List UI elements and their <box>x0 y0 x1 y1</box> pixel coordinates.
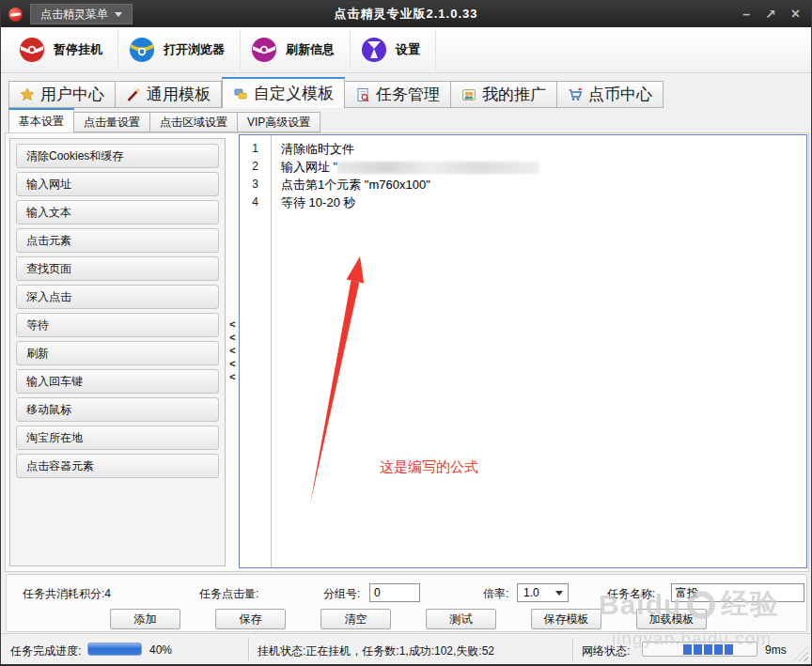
subtab-basic-settings[interactable]: 基本设置 <box>8 108 74 132</box>
load-template-button[interactable]: 加载模板 <box>636 609 707 629</box>
task-name-input[interactable] <box>671 583 804 602</box>
line-number: 3 <box>240 176 271 194</box>
sub-tab-bar: 基本设置 点击量设置 点击区域设置 VIP高级设置 <box>8 108 320 132</box>
open-browser-button[interactable]: 打开浏览器 <box>118 30 241 70</box>
minimize-icon[interactable]: – <box>742 8 750 21</box>
network-latency: 9ms <box>765 643 787 657</box>
cmd-clear-cookies-button[interactable]: 清除Cookies和缓存 <box>16 144 219 168</box>
subtab-vip-advanced-label: VIP高级设置 <box>247 115 310 131</box>
task-name-label: 任务名称: <box>607 586 655 602</box>
tab-general-template-label: 通用模板 <box>147 84 211 105</box>
cmd-find-page-button[interactable]: 查找页面 <box>16 256 219 281</box>
subtab-click-volume[interactable]: 点击量设置 <box>74 112 150 132</box>
tab-user-center[interactable]: 用户中心 <box>8 81 116 108</box>
document-search-icon <box>355 87 370 102</box>
main-tab-bar: 用户中心 通用模板 自定义模板 <box>8 77 664 108</box>
cmd-deep-click-button[interactable]: 深入点击 <box>16 285 219 309</box>
progress-bar <box>87 643 142 656</box>
tab-my-promotion[interactable]: 我的推广 <box>451 81 557 108</box>
subtab-click-volume-label: 点击量设置 <box>84 115 140 131</box>
script-line-text: 输入网址 " <box>281 160 337 174</box>
settings-button[interactable]: 设置 <box>351 30 436 70</box>
network-signal-meter <box>642 642 757 657</box>
caret-down-icon <box>555 591 563 596</box>
status-bar: 任务完成进度: 40% 挂机状态:正在挂机，任务数:1,成功:102,失败:52… <box>1 633 811 664</box>
line-number: 2 <box>240 158 271 176</box>
tab-general-template[interactable]: 通用模板 <box>116 81 222 108</box>
group-number-input[interactable] <box>369 583 420 602</box>
rate-value: 1.0 <box>523 586 539 599</box>
test-button[interactable]: 测试 <box>426 609 496 629</box>
tab-task-manager[interactable]: 任务管理 <box>345 81 451 108</box>
cmd-click-element-button[interactable]: 点击元素 <box>16 228 219 253</box>
status-separator <box>572 638 573 660</box>
status-separator <box>248 638 249 660</box>
progress-label: 任务完成进度: <box>10 643 81 659</box>
window-controls: – ↗ × <box>742 7 804 22</box>
network-status-label: 网络状态: <box>582 643 630 659</box>
signal-block <box>694 644 702 655</box>
maximize-icon[interactable]: ↗ <box>765 8 776 21</box>
tab-coin-center-label: 点币中心 <box>588 84 652 105</box>
save-button[interactable]: 保存 <box>215 609 286 629</box>
cmd-enter-key-button[interactable]: 输入回车键 <box>16 369 219 394</box>
cmd-enter-url-button[interactable]: 输入网址 <box>16 172 219 196</box>
points-consumed-label: 任务共消耗积分:4 <box>23 586 111 602</box>
refresh-info-button[interactable]: 刷新信息 <box>241 30 351 70</box>
save-template-button[interactable]: 保存模板 <box>531 609 601 629</box>
toolbar: 暂停挂机 打开浏览器 刷新信息 设置 <box>1 27 811 73</box>
pause-hangup-button[interactable]: 暂停挂机 <box>8 30 118 70</box>
signal-block <box>714 644 723 655</box>
cmd-refresh-button[interactable]: 刷新 <box>16 341 219 365</box>
sidebar-collapse-splitter[interactable]: < < < < < <box>227 315 238 386</box>
cmd-click-container-button[interactable]: 点击容器元素 <box>16 454 219 478</box>
tab-custom-template-label: 自定义模板 <box>254 83 334 104</box>
cmd-move-mouse-button[interactable]: 移动鼠标 <box>16 397 219 422</box>
chevron-left-icon: < <box>229 345 235 357</box>
cmd-wait-button[interactable]: 等待 <box>16 313 219 337</box>
app-icon <box>8 8 23 22</box>
clear-button[interactable]: 清空 <box>320 609 391 629</box>
title-bar: 点击精灵菜单 点击精灵专业版2.1.0.33 – ↗ × <box>1 1 811 27</box>
rate-select[interactable]: 1.0 <box>517 583 569 602</box>
signal-block <box>704 644 712 655</box>
chevron-left-icon: < <box>229 318 235 331</box>
line-number: 4 <box>240 194 271 211</box>
subtab-click-area[interactable]: 点击区域设置 <box>150 112 238 132</box>
script-line: 输入网址 " <box>281 158 806 176</box>
settings-ball-icon <box>360 36 388 64</box>
signal-block <box>725 644 733 655</box>
script-line: 点击第1个元素 "m760x100" <box>281 176 806 194</box>
task-clicks-label: 任务点击量: <box>199 586 258 602</box>
shopping-cart-icon <box>568 87 583 102</box>
editor-line-numbers: 1 2 3 4 <box>240 135 272 567</box>
chevron-left-icon: < <box>229 371 235 383</box>
app-menu-button[interactable]: 点击精灵菜单 <box>30 4 133 24</box>
tab-coin-center[interactable]: 点币中心 <box>557 81 664 108</box>
refresh-info-label: 刷新信息 <box>286 41 335 58</box>
tab-user-center-label: 用户中心 <box>40 84 104 105</box>
tab-task-manager-label: 任务管理 <box>376 84 440 105</box>
hangup-status-text: 挂机状态:正在挂机，任务数:1,成功:102,失败:52 <box>258 643 494 659</box>
settings-label: 设置 <box>396 41 420 58</box>
window-title: 点击精灵专业版2.1.0.33 <box>335 6 478 23</box>
task-settings-panel: 任务共消耗积分:4 任务点击量: 分组号: 倍率: 1.0 任务名称: 添加 保… <box>6 574 807 632</box>
command-sidebar: 清除Cookies和缓存 输入网址 输入文本 点击元素 查找页面 深入点击 等待… <box>9 138 226 566</box>
close-icon[interactable]: × <box>791 7 800 22</box>
redacted-url-blur <box>337 162 539 174</box>
add-button[interactable]: 添加 <box>110 609 180 629</box>
editor-text-area[interactable]: 清除临时文件 输入网址 " 点击第1个元素 "m760x100" 等待 10-2… <box>272 135 806 567</box>
refresh-ball-icon <box>250 36 278 64</box>
progress-percent: 40% <box>149 643 172 657</box>
tab-custom-template[interactable]: 自定义模板 <box>222 77 345 108</box>
cmd-enter-text-button[interactable]: 输入文本 <box>16 200 219 225</box>
app-menu-label: 点击精灵菜单 <box>40 7 108 23</box>
resize-grip[interactable] <box>793 646 808 661</box>
script-line: 等待 10-20 秒 <box>281 194 806 211</box>
cmd-taobao-location-button[interactable]: 淘宝所在地 <box>16 426 219 450</box>
subtab-vip-advanced[interactable]: VIP高级设置 <box>238 112 320 132</box>
subtab-basic-settings-label: 基本设置 <box>19 114 64 130</box>
tab-my-promotion-label: 我的推广 <box>482 84 546 105</box>
magic-wand-icon <box>126 87 141 102</box>
app-window: 点击精灵菜单 点击精灵专业版2.1.0.33 – ↗ × 暂停挂机 打开浏 <box>0 0 812 666</box>
